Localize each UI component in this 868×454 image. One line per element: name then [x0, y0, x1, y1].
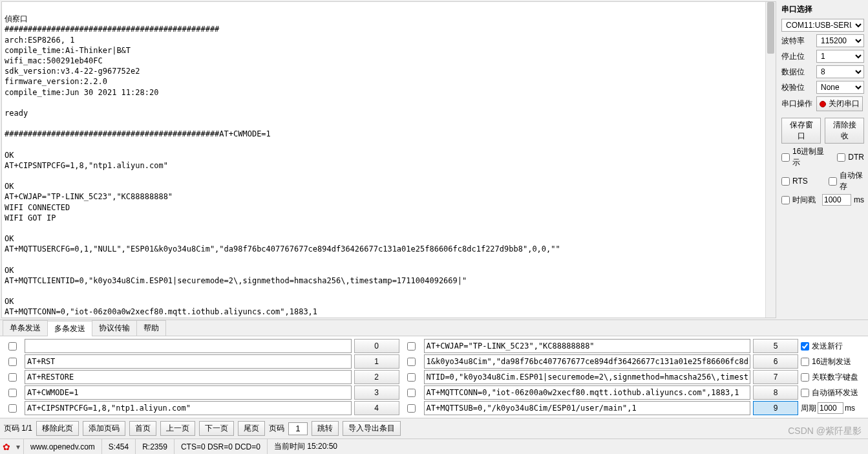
send-8-button[interactable]: 8 [753, 385, 798, 400]
period-input[interactable] [818, 402, 843, 414]
row4-checkbox[interactable] [8, 404, 17, 413]
save-window-button[interactable]: 保存窗口 [781, 118, 821, 144]
clear-recv-button[interactable]: 清除接收 [825, 118, 864, 144]
row3-input[interactable] [25, 385, 352, 400]
autosave-checkbox[interactable] [829, 177, 837, 186]
dtr-checkbox[interactable] [837, 153, 845, 162]
status-cts: CTS=0 DSR=0 DCD=0 [175, 442, 267, 451]
next-button[interactable]: 下一页 [199, 421, 234, 436]
row9-input[interactable] [424, 401, 751, 415]
send-2-button[interactable]: 2 [354, 370, 399, 384]
tab-single-send[interactable]: 单条发送 [3, 320, 48, 336]
scrollbar-thumb[interactable] [767, 2, 774, 54]
row2-checkbox[interactable] [8, 373, 17, 382]
tabs-head: 单条发送 多条发送 协议传输 帮助 [0, 320, 868, 336]
close-port-button[interactable]: 关闭串口 [816, 96, 863, 111]
data-label: 数据位 [781, 67, 814, 78]
remove-page-button[interactable]: 移除此页 [36, 421, 79, 436]
baud-label: 波特率 [781, 36, 814, 47]
row2-input[interactable] [25, 370, 352, 384]
jump-button[interactable]: 跳转 [312, 421, 339, 436]
hex-send-checkbox[interactable] [801, 358, 809, 366]
page-indicator: 页码 1/1 [4, 423, 32, 434]
baud-select[interactable]: 115200 [816, 34, 864, 47]
stop-label: 停止位 [781, 51, 814, 62]
prev-button[interactable]: 上一页 [160, 421, 195, 436]
parity-label: 校验位 [781, 82, 814, 93]
dropdown-icon[interactable]: ▾ [13, 442, 23, 451]
last-button[interactable]: 尾页 [238, 421, 265, 436]
send-9-button[interactable]: 9 [753, 401, 798, 415]
timestamp-checkbox[interactable] [781, 196, 790, 204]
right-panel: 串口选择 COM11:USB-SERIAL CH34 波特率115200 停止位… [778, 0, 868, 319]
send-6-button[interactable]: 6 [753, 354, 798, 369]
newline-checkbox[interactable] [801, 342, 809, 351]
gear-icon[interactable]: ✿ [0, 442, 13, 452]
console-panel: 偵察口 ####################################… [1, 1, 776, 318]
port-select[interactable]: COM11:USB-SERIAL CH34 [781, 19, 864, 32]
import-export-button[interactable]: 导入导出条目 [343, 421, 401, 436]
rts-checkbox[interactable] [781, 177, 790, 186]
send-7-button[interactable]: 7 [753, 370, 798, 384]
console-scrollbar[interactable] [765, 2, 776, 318]
send-4-button[interactable]: 4 [354, 401, 399, 415]
port-status-icon [820, 101, 826, 107]
loop-checkbox[interactable] [801, 389, 809, 397]
row9-checkbox[interactable] [407, 404, 416, 413]
row1-input[interactable] [25, 354, 352, 369]
status-bar: ✿ ▾ www.openedv.com S:454 R:2359 CTS=0 D… [0, 438, 868, 454]
parity-select[interactable]: None [816, 81, 864, 94]
row4-input[interactable] [25, 401, 352, 415]
timestamp-input[interactable] [822, 194, 851, 206]
home-button[interactable]: 首页 [129, 421, 156, 436]
multi-send-body: 0 1 2 3 4 5 6 7 8 9 发送新行 [0, 336, 868, 418]
op-label: 串口操作 [781, 98, 814, 109]
tab-help[interactable]: 帮助 [136, 320, 166, 336]
row8-checkbox[interactable] [407, 389, 416, 397]
status-url[interactable]: www.openedv.com [24, 442, 101, 451]
nav-row: 页码 1/1 移除此页 添加页码 首页 上一页 下一页 尾页 页码 跳转 导入导… [0, 418, 868, 438]
status-recv: R:2359 [136, 442, 174, 451]
row0-checkbox[interactable] [8, 342, 17, 351]
hex-display-checkbox[interactable] [781, 153, 790, 162]
status-time: 当前时间 15:20:50 [268, 441, 344, 452]
numpad-checkbox[interactable] [801, 373, 809, 382]
data-select[interactable]: 8 [816, 65, 864, 78]
row3-checkbox[interactable] [8, 389, 17, 397]
page-input[interactable] [288, 422, 308, 435]
tab-multi-send[interactable]: 多条发送 [47, 321, 92, 336]
row8-input[interactable] [424, 385, 751, 400]
row7-checkbox[interactable] [407, 373, 416, 382]
console-output: 偵察口 ####################################… [2, 2, 776, 318]
status-sent: S:454 [102, 442, 135, 451]
stop-select[interactable]: 1 [816, 50, 864, 63]
console-title: 偵察口 [5, 14, 28, 23]
add-page-button[interactable]: 添加页码 [83, 421, 125, 436]
row6-checkbox[interactable] [407, 358, 416, 366]
row6-input[interactable] [424, 354, 751, 369]
row5-input[interactable] [424, 339, 751, 353]
send-5-button[interactable]: 5 [753, 339, 798, 353]
send-3-button[interactable]: 3 [354, 385, 399, 400]
row0-input[interactable] [25, 339, 352, 353]
row5-checkbox[interactable] [407, 342, 416, 351]
send-1-button[interactable]: 1 [354, 354, 399, 369]
tab-protocol[interactable]: 协议传输 [92, 320, 137, 336]
row1-checkbox[interactable] [8, 358, 17, 366]
send-0-button[interactable]: 0 [354, 339, 399, 353]
port-section-title: 串口选择 [781, 4, 864, 15]
row7-input[interactable] [424, 370, 751, 384]
